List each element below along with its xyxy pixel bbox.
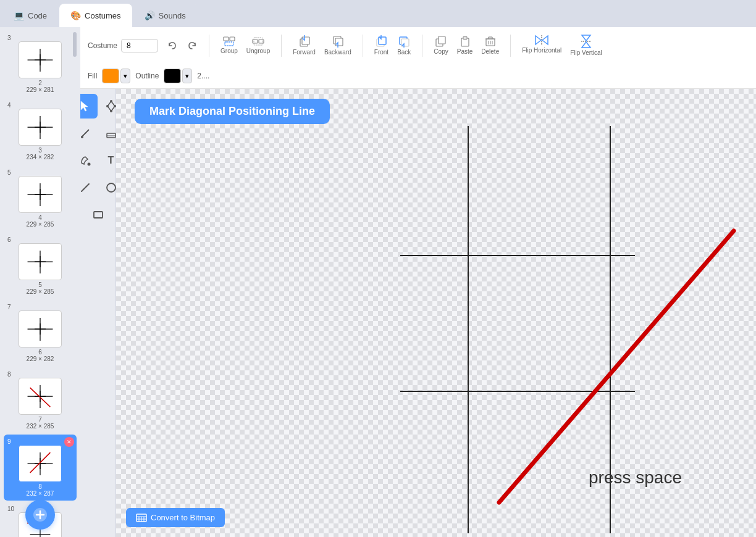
fill-color-picker-btn[interactable]: ▾ bbox=[120, 69, 130, 83]
svg-rect-36 bbox=[225, 42, 233, 46]
svg-marker-61 bbox=[542, 36, 548, 44]
outline-color-swatch[interactable] bbox=[164, 69, 181, 83]
svg-line-74 bbox=[82, 184, 89, 191]
flip-horizontal-button[interactable]: Flip Horizontal bbox=[518, 32, 565, 56]
copy-paste-group: Copy Paste Delete bbox=[430, 33, 503, 57]
costume-name-row: Costume bbox=[88, 39, 158, 52]
forward-label: Forward bbox=[293, 49, 316, 56]
front-button[interactable]: Front bbox=[371, 33, 392, 58]
svg-point-66 bbox=[110, 100, 112, 102]
costume-item-5[interactable]: 6 5229 × 285 bbox=[4, 233, 77, 299]
svg-marker-64 bbox=[582, 42, 590, 48]
editor-body: T bbox=[80, 89, 756, 537]
fill-tool[interactable] bbox=[80, 148, 98, 173]
costume-delete-button[interactable]: ✕ bbox=[64, 437, 74, 447]
svg-marker-63 bbox=[582, 35, 590, 41]
costume-thumb-5 bbox=[19, 243, 62, 280]
press-space-text: press space bbox=[589, 468, 682, 488]
front-back-group: Front Back bbox=[371, 33, 415, 58]
ungroup-button[interactable]: Ungroup bbox=[243, 34, 274, 57]
costume-thumb-6 bbox=[19, 310, 62, 348]
paste-button[interactable]: Paste bbox=[453, 33, 477, 57]
line-tool[interactable] bbox=[80, 175, 98, 200]
back-label: Back bbox=[397, 49, 411, 56]
main-layout: 3 2229 × 281 4 bbox=[0, 27, 756, 537]
divider-2 bbox=[281, 35, 282, 57]
fill-outline-row: Fill ▾ Outline ▾ 2.... bbox=[88, 69, 209, 83]
svg-line-86 bbox=[499, 231, 734, 502]
redo-button[interactable] bbox=[183, 38, 201, 54]
divider-5 bbox=[510, 35, 511, 57]
canvas-area: Mark Diagonal Positioning Line press spa… bbox=[116, 89, 756, 537]
svg-point-69 bbox=[106, 105, 109, 107]
costumes-icon: 🎨 bbox=[70, 10, 81, 20]
undo-redo-group bbox=[163, 38, 201, 54]
costume-thumb-8 bbox=[19, 445, 62, 482]
select-tool[interactable] bbox=[80, 94, 98, 119]
costume-label: Costume bbox=[88, 41, 117, 50]
fill-label: Fill bbox=[88, 72, 97, 80]
ungroup-label: Ungroup bbox=[246, 48, 270, 54]
divider-3 bbox=[363, 35, 363, 57]
back-button[interactable]: Back bbox=[393, 33, 414, 58]
divider-4 bbox=[422, 35, 422, 57]
costume-item-6[interactable]: 7 6229 × 282 bbox=[4, 300, 77, 366]
tools-row-5 bbox=[86, 202, 111, 227]
layer-group: Forward Backward bbox=[289, 33, 355, 58]
delete-button[interactable]: Delete bbox=[477, 33, 503, 57]
svg-rect-37 bbox=[253, 40, 258, 43]
flip-vertical-button[interactable]: Flip Vertical bbox=[566, 32, 606, 59]
outline-color-picker-btn[interactable]: ▾ bbox=[182, 69, 192, 83]
brush-tool[interactable] bbox=[80, 121, 98, 146]
editor-panel: Costume Group bbox=[80, 27, 756, 537]
group-ungroup: Group Ungroup bbox=[217, 34, 274, 57]
flip-v-label: Flip Vertical bbox=[570, 49, 602, 56]
add-costume-button[interactable] bbox=[25, 500, 55, 530]
svg-rect-34 bbox=[224, 37, 229, 41]
backward-button[interactable]: Backward bbox=[321, 33, 355, 58]
group-button[interactable]: Group bbox=[217, 34, 242, 57]
costume-thumb-4 bbox=[19, 176, 62, 213]
tab-costumes[interactable]: 🎨 Costumes bbox=[59, 4, 132, 27]
outline-label: Outline bbox=[135, 72, 159, 80]
code-icon: 💻 bbox=[14, 10, 24, 20]
undo-button[interactable] bbox=[163, 38, 182, 54]
costume-item-7[interactable]: 8 7232 × 285 bbox=[4, 367, 77, 433]
tab-sounds[interactable]: 🔊 Sounds bbox=[133, 4, 197, 27]
svg-rect-51 bbox=[463, 36, 467, 40]
svg-point-70 bbox=[81, 136, 83, 138]
costume-item-3[interactable]: 4 3234 × 282 bbox=[4, 98, 77, 164]
sounds-icon: 🔊 bbox=[145, 10, 155, 20]
tab-code[interactable]: 💻 Code bbox=[2, 4, 58, 27]
costume-thumb-3 bbox=[19, 109, 62, 146]
forward-button[interactable]: Forward bbox=[289, 33, 319, 58]
svg-rect-39 bbox=[254, 38, 262, 45]
flip-group: Flip Horizontal Flip Vertical bbox=[518, 32, 606, 59]
costume-item-2[interactable]: 3 2229 × 281 bbox=[4, 31, 77, 97]
svg-rect-49 bbox=[439, 36, 445, 44]
toolbar-row1: Costume Group bbox=[88, 32, 749, 59]
costume-item-4[interactable]: 5 4229 × 285 bbox=[4, 165, 77, 231]
front-label: Front bbox=[374, 49, 388, 56]
paste-label: Paste bbox=[457, 48, 473, 55]
flip-h-label: Flip Horizontal bbox=[522, 47, 561, 54]
tab-bar: 💻 Code 🎨 Costumes 🔊 Sounds bbox=[0, 0, 756, 27]
rect-tool[interactable] bbox=[86, 202, 111, 227]
outline-width: 2.... bbox=[197, 72, 209, 80]
svg-rect-35 bbox=[230, 37, 235, 41]
sidebar: 3 2229 × 281 4 bbox=[0, 27, 80, 537]
tab-sounds-label: Sounds bbox=[159, 11, 186, 20]
svg-point-73 bbox=[87, 163, 90, 166]
copy-label: Copy bbox=[434, 48, 448, 55]
svg-rect-38 bbox=[259, 40, 264, 43]
fill-color-swatch[interactable] bbox=[102, 69, 119, 83]
convert-btn-label: Convert to Bitmap bbox=[151, 513, 215, 522]
group-label: Group bbox=[220, 48, 238, 54]
costume-item-8[interactable]: 9 ✕ 8232 × 287 bbox=[4, 435, 77, 501]
copy-button[interactable]: Copy bbox=[430, 33, 452, 57]
backward-label: Backward bbox=[324, 49, 351, 56]
toolbar: Costume Group bbox=[80, 27, 756, 89]
convert-to-bitmap-button[interactable]: Convert to Bitmap bbox=[126, 508, 225, 527]
costume-name-input[interactable] bbox=[121, 39, 158, 52]
costume-thumb-2 bbox=[19, 41, 62, 78]
